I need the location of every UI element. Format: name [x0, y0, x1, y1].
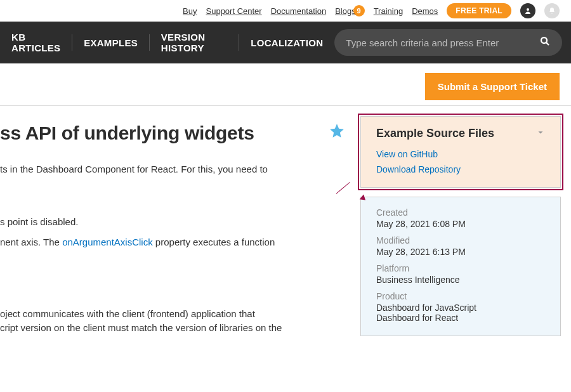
search-box[interactable]: [334, 29, 562, 56]
svg-point-1: [541, 37, 547, 43]
meta-product-value-2: Dashboard for React: [376, 313, 545, 323]
meta-created-value: May 28, 2021 6:08 PM: [376, 219, 545, 229]
meta-platform-value: Business Intelligence: [376, 275, 545, 285]
tab-kb-articles[interactable]: KB ARTICLES: [0, 32, 72, 53]
link-onargumentaxisclick[interactable]: onArgumentAxisClick: [62, 237, 153, 247]
notifications-icon[interactable]: [544, 3, 560, 18]
body-paragraph: ts in the Dashboard Component for React.…: [0, 162, 345, 177]
free-trial-button[interactable]: FREE TRIAL: [447, 3, 511, 18]
account-icon[interactable]: [520, 3, 535, 18]
body-line: oject communicates with the client (fron…: [0, 307, 345, 322]
blog-count-badge: 9: [353, 5, 365, 16]
chevron-down-icon[interactable]: [536, 128, 545, 140]
topbar: Buy Support Center Documentation Blogs 9…: [0, 0, 571, 22]
meta-modified-label: Modified: [376, 235, 545, 245]
body-line: s point is disabled.: [0, 215, 345, 230]
search-input[interactable]: [346, 37, 539, 48]
favorite-star-icon[interactable]: [329, 122, 345, 143]
metadata-panel: Created May 28, 2021 6:08 PM Modified Ma…: [360, 197, 561, 336]
tab-version-history[interactable]: VERSION HISTORY: [150, 32, 239, 53]
meta-modified-value: May 28, 2021 6:13 PM: [376, 247, 545, 257]
main-area: ss API of underlying widgets ts in the D…: [0, 106, 571, 345]
subheader: Submit a Support Ticket: [0, 63, 571, 106]
top-links: Buy Support Center Documentation Blogs 9…: [183, 3, 560, 18]
top-link-docs[interactable]: Documentation: [271, 6, 326, 16]
top-link-buy[interactable]: Buy: [183, 6, 197, 16]
text-fragment: nent axis. The: [0, 237, 62, 247]
body-line: nent axis. The onArgumentAxisClick prope…: [0, 235, 345, 250]
top-link-blogs[interactable]: Blogs: [335, 6, 356, 16]
submit-ticket-button[interactable]: Submit a Support Ticket: [425, 73, 560, 100]
navbar: KB ARTICLES EXAMPLES VERSION HISTORY LOC…: [0, 22, 571, 63]
link-view-github[interactable]: View on GitHub: [376, 149, 545, 159]
text-fragment: property executes a function: [153, 237, 275, 247]
svg-point-0: [527, 8, 529, 11]
meta-product-label: Product: [376, 291, 545, 301]
top-link-demos[interactable]: Demos: [412, 6, 438, 16]
source-panel-title: Example Source Files: [376, 127, 494, 140]
top-link-training[interactable]: Training: [374, 6, 403, 16]
source-files-panel: Example Source Files View on GitHub Down…: [360, 116, 561, 188]
link-download-repo[interactable]: Download Repository: [376, 164, 545, 174]
search-icon[interactable]: [539, 36, 551, 49]
nav-tabs: KB ARTICLES EXAMPLES VERSION HISTORY LOC…: [0, 22, 334, 63]
page-title: ss API of underlying widgets: [0, 119, 254, 147]
content-column: ss API of underlying widgets ts in the D…: [0, 106, 360, 345]
tab-examples[interactable]: EXAMPLES: [72, 37, 149, 48]
top-link-support[interactable]: Support Center: [206, 6, 262, 16]
meta-created-label: Created: [376, 207, 545, 218]
tab-localization[interactable]: LOCALIZATION: [239, 37, 334, 48]
meta-platform-label: Platform: [376, 263, 545, 273]
body-line: cript version on the client must match t…: [0, 321, 345, 336]
svg-line-2: [546, 42, 549, 45]
sidebar-column: Example Source Files View on GitHub Down…: [360, 106, 571, 345]
meta-product-value-1: Dashboard for JavaScript: [376, 303, 545, 313]
